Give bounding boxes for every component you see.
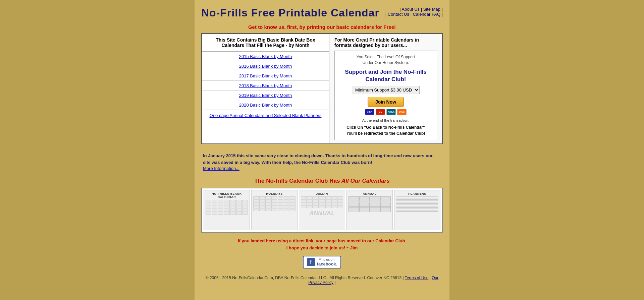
thumb-julian: JULIAN ANNUAL [299,190,345,230]
facebook-badge[interactable]: f Find us on: facebook. [303,256,341,268]
footer-separator: | [430,276,431,280]
right-panel-heading: For More Great Printable Calendars in fo… [334,37,437,48]
thumb-blank: NO-FRILLS BLANKCALENDAR [204,190,250,230]
amex-icon: AMEX [386,109,396,115]
thumb-julian-label: JULIAN [316,192,328,195]
thumb-holidays: HOLIDAYS [251,190,298,230]
site-title: No-Frills Free Printable Calendar [201,7,379,19]
thumb-blank-grid [206,200,248,215]
nav-links: | About Us | Site Map | | Contact Us | C… [385,7,443,17]
thumb-holidays-grid [253,196,296,211]
thumb-blank-label: NO-FRILLS BLANKCALENDAR [212,192,242,199]
club-heading: The No-frills Calendar Club Has All Our … [201,178,443,184]
calendar-link-2017: 2017 Basic Blank by Month [202,71,329,81]
honor-text: You Select The Level Of Support Under Ou… [338,54,433,66]
footer-end-separator: | [334,280,335,285]
thumb-planner-lines [396,196,438,213]
annual-watermark: ANNUAL [309,210,335,217]
facebook-wrap: f Find us on: facebook. [201,256,443,268]
main-table: This Site Contains Big Basic Blank Date … [201,33,443,144]
mastercard-icon: MC [376,109,385,115]
calendar-link-2018: 2018 Basic Blank by Month [202,81,329,91]
dropdown-row: Minimum Support $3.00 USD Support $5.00 … [338,86,433,94]
left-panel: This Site Contains Big Basic Blank Date … [202,34,329,143]
more-information-link[interactable]: More Information... [203,166,239,171]
page-wrapper: No-Frills Free Printable Calendar | Abou… [195,0,449,300]
calendar-link-2015: 2015 Basic Blank by Month [202,52,329,61]
link-2018[interactable]: 2018 Basic Blank by Month [239,83,292,88]
contact-link[interactable]: Contact Us [388,12,409,17]
footer-copyright: © 2006 - 2015 No-FrillsCalendar.Com, DBA… [206,276,404,280]
join-now-button[interactable]: Join Now [368,97,404,107]
about-us-link[interactable]: About Us [402,7,420,12]
facebook-text: Find us on: facebook. [317,258,337,266]
support-inner: You Select The Level Of Support Under Ou… [334,51,437,140]
annual-link-row: One page Annual Calendars and Selected B… [202,110,329,121]
redirect-text-line1: If you landed here using a direct link, … [201,238,443,245]
link-2020[interactable]: 2020 Basic Blank by Month [239,103,292,108]
thumb-planners: PLANNERS [394,190,440,230]
thumb-annual-grid [348,196,391,212]
transaction-text: At the end of the transaction. [338,118,433,123]
redirect-notice: If you landed here using a direct link, … [201,238,443,252]
link-2016[interactable]: 2016 Basic Blank by Month [239,64,292,69]
right-panel: For More Great Printable Calendars in fo… [329,34,442,143]
info-section: In January 2015 this site came very clos… [201,149,443,174]
facebook-icon: f [307,258,315,266]
card-icons: VISA MC AMEX DISC [338,109,433,115]
nav-line2: | Contact Us | Calendar FAQ | [385,12,443,17]
thumb-annual-label: ANNUAL [363,192,377,195]
more-info-link: More Information... [203,166,441,171]
thumb-annual: ANNUAL [346,190,393,230]
info-text: In January 2015 this site came very clos… [203,153,441,166]
support-level-select[interactable]: Minimum Support $3.00 USD Support $5.00 … [352,86,420,94]
calendar-link-2016: 2016 Basic Blank by Month [202,61,329,71]
thumbnails: NO-FRILLS BLANKCALENDAR HOLIDAYS [204,190,440,230]
support-heading: Support and Join the No-Frills Calendar … [338,68,433,83]
thumb-julian-grid [301,196,343,208]
redirect-text-line2: I hope you decide to join us! ~ Jim [201,245,443,252]
thumbnails-container: NO-FRILLS BLANKCALENDAR HOLIDAYS [201,188,443,233]
nav-line1: | About Us | Site Map | [385,7,443,12]
calendar-link-2020: 2020 Basic Blank by Month [202,100,329,110]
link-2015[interactable]: 2015 Basic Blank by Month [239,54,292,59]
sitemap-link[interactable]: Site Map [423,7,440,12]
all-calendars-label: All Our Calendars [341,178,390,184]
terms-of-use-link[interactable]: Terms of Use [405,276,429,280]
annual-link[interactable]: One page Annual Calendars and Selected B… [210,113,322,118]
discover-icon: DISC [397,109,407,115]
link-2017[interactable]: 2017 Basic Blank by Month [239,73,292,78]
visa-icon: VISA [365,109,374,115]
footer: © 2006 - 2015 No-FrillsCalendar.Com, DBA… [201,272,443,288]
header: No-Frills Free Printable Calendar | Abou… [201,7,443,19]
link-2019[interactable]: 2019 Basic Blank by Month [239,93,292,98]
thumb-planners-label: PLANNERS [408,192,426,195]
calendar-link-2019: 2019 Basic Blank by Month [202,91,329,100]
faq-link[interactable]: Calendar FAQ [413,12,440,17]
thumb-holidays-label: HOLIDAYS [266,192,283,195]
go-back-text: Click On "Go Back to No-Frills Calendar"… [338,124,433,136]
join-button-wrap: Join Now [338,97,433,107]
tagline: Get to know us, first, by printing our b… [201,24,443,30]
left-panel-header: This Site Contains Big Basic Blank Date … [202,34,329,52]
